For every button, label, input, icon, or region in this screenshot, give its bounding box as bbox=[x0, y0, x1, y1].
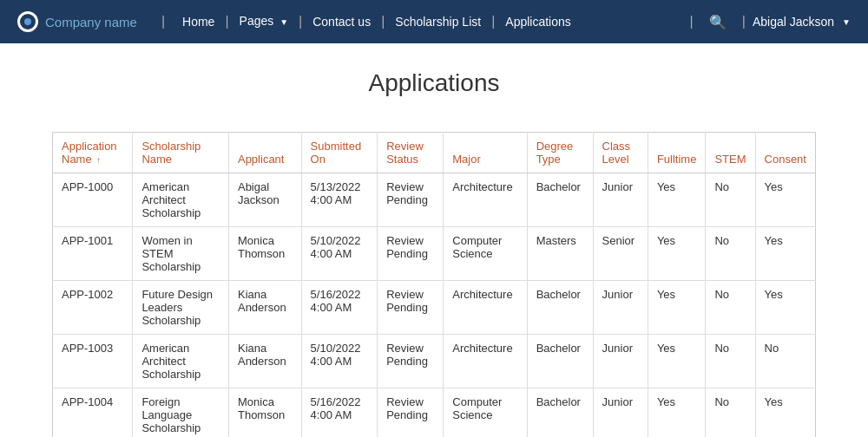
cell-degree_type: Bachelor bbox=[527, 388, 593, 438]
cell-review_status: Review Pending bbox=[378, 388, 444, 438]
cell-fulltime: Yes bbox=[648, 388, 706, 438]
cell-scholarship_name: Women in STEM Scholarship bbox=[133, 227, 229, 281]
cell-app_name: APP-1004 bbox=[53, 388, 133, 438]
table-header: Application Name ↑ Scholarship Name Appl… bbox=[53, 133, 816, 173]
col-degree-type[interactable]: Degree Type bbox=[527, 133, 593, 173]
nav-link-applications[interactable]: Applications bbox=[495, 0, 582, 43]
cell-scholarship_name: American Architect Scholarship bbox=[133, 173, 229, 227]
nav-links: Home | Pages ▼ | Contact us | Scholarshi… bbox=[172, 0, 683, 44]
cell-submitted_on: 5/16/2022 4:00 AM bbox=[301, 281, 378, 335]
sep-search: | bbox=[690, 14, 694, 29]
col-submitted-on[interactable]: Submitted On bbox=[301, 133, 378, 173]
cell-consent: Yes bbox=[755, 227, 815, 281]
brand[interactable]: Company name bbox=[17, 11, 137, 32]
page-title: Applications bbox=[52, 69, 816, 97]
cell-scholarship_name: Future Design Leaders Scholarship bbox=[133, 281, 229, 335]
nav-item-applications[interactable]: Applications bbox=[495, 0, 582, 43]
sort-icon: ↑ bbox=[96, 155, 101, 165]
table-row[interactable]: APP-1000American Architect ScholarshipAb… bbox=[53, 173, 816, 227]
sep-user: | bbox=[742, 14, 746, 29]
cell-consent: Yes bbox=[755, 173, 815, 227]
cell-app_name: APP-1000 bbox=[53, 173, 133, 227]
cell-fulltime: Yes bbox=[648, 227, 706, 281]
col-applicant[interactable]: Applicant bbox=[228, 133, 301, 173]
table-row[interactable]: APP-1004Foreign Language ScholarshipMoni… bbox=[53, 388, 816, 438]
cell-major: Computer Science bbox=[444, 388, 527, 438]
sep-brand: | bbox=[161, 14, 165, 29]
col-review-status[interactable]: Review Status bbox=[378, 133, 444, 173]
cell-major: Architecture bbox=[444, 335, 527, 388]
table-row[interactable]: APP-1002Future Design Leaders Scholarshi… bbox=[53, 281, 816, 335]
cell-consent: Yes bbox=[755, 388, 815, 438]
cell-submitted_on: 5/13/2022 4:00 AM bbox=[301, 173, 378, 227]
nav-item-home[interactable]: Home bbox=[172, 0, 225, 43]
cell-submitted_on: 5/16/2022 4:00 AM bbox=[301, 388, 378, 438]
nav-item-scholarship[interactable]: Scholarship List bbox=[385, 0, 491, 43]
user-menu[interactable]: Abigal Jackson ▼ bbox=[753, 15, 851, 29]
cell-class_level: Junior bbox=[593, 281, 648, 335]
col-scholarship-name[interactable]: Scholarship Name bbox=[133, 133, 229, 173]
cell-applicant: Kiana Anderson bbox=[228, 335, 301, 388]
col-app-name[interactable]: Application Name ↑ bbox=[53, 133, 133, 173]
cell-app_name: APP-1003 bbox=[53, 335, 133, 388]
header-row: Application Name ↑ Scholarship Name Appl… bbox=[53, 133, 816, 173]
col-class-level[interactable]: Class Level bbox=[593, 133, 648, 173]
cell-degree_type: Bachelor bbox=[527, 335, 593, 388]
cell-consent: No bbox=[755, 335, 815, 388]
nav-link-contact[interactable]: Contact us bbox=[302, 0, 381, 43]
cell-stem: No bbox=[706, 173, 755, 227]
cell-review_status: Review Pending bbox=[378, 173, 444, 227]
table-row[interactable]: APP-1003American Architect ScholarshipKi… bbox=[53, 335, 816, 388]
cell-app_name: APP-1001 bbox=[53, 227, 133, 281]
cell-class_level: Junior bbox=[593, 388, 648, 438]
col-major[interactable]: Major bbox=[444, 133, 527, 173]
pages-dropdown-arrow: ▼ bbox=[279, 17, 288, 27]
cell-fulltime: Yes bbox=[648, 281, 706, 335]
cell-review_status: Review Pending bbox=[378, 227, 444, 281]
cell-fulltime: Yes bbox=[648, 173, 706, 227]
user-dropdown-arrow: ▼ bbox=[842, 17, 851, 27]
nav-item-contact[interactable]: Contact us bbox=[302, 0, 381, 43]
col-fulltime[interactable]: Fulltime bbox=[648, 133, 706, 173]
nav-link-scholarship[interactable]: Scholarship List bbox=[385, 0, 491, 43]
col-consent[interactable]: Consent bbox=[755, 133, 815, 173]
navbar: Company name | Home | Pages ▼ | Contact … bbox=[0, 0, 868, 43]
cell-applicant: Kiana Anderson bbox=[228, 281, 301, 335]
cell-scholarship_name: Foreign Language Scholarship bbox=[133, 388, 229, 438]
cell-degree_type: Masters bbox=[527, 227, 593, 281]
user-name: Abigal Jackson bbox=[753, 15, 834, 29]
main-content: Applications Application Name ↑ Scholars… bbox=[0, 43, 868, 437]
cell-stem: No bbox=[706, 388, 755, 438]
cell-app_name: APP-1002 bbox=[53, 281, 133, 335]
col-stem[interactable]: STEM bbox=[706, 133, 755, 173]
cell-review_status: Review Pending bbox=[378, 335, 444, 388]
cell-class_level: Junior bbox=[593, 335, 648, 388]
nav-link-pages[interactable]: Pages ▼ bbox=[229, 0, 299, 44]
cell-stem: No bbox=[706, 335, 755, 388]
search-icon[interactable]: 🔍 bbox=[700, 14, 735, 30]
cell-major: Computer Science bbox=[444, 227, 527, 281]
cell-class_level: Junior bbox=[593, 173, 648, 227]
cell-submitted_on: 5/10/2022 4:00 AM bbox=[301, 335, 378, 388]
cell-applicant: Monica Thomson bbox=[228, 227, 301, 281]
table-body: APP-1000American Architect ScholarshipAb… bbox=[53, 173, 816, 438]
cell-review_status: Review Pending bbox=[378, 281, 444, 335]
nav-link-home[interactable]: Home bbox=[172, 0, 225, 43]
applications-table: Application Name ↑ Scholarship Name Appl… bbox=[52, 132, 816, 437]
table-row[interactable]: APP-1001Women in STEM ScholarshipMonica … bbox=[53, 227, 816, 281]
cell-stem: No bbox=[706, 281, 755, 335]
cell-major: Architecture bbox=[444, 173, 527, 227]
cell-scholarship_name: American Architect Scholarship bbox=[133, 335, 229, 388]
cell-submitted_on: 5/10/2022 4:00 AM bbox=[301, 227, 378, 281]
cell-applicant: Monica Thomson bbox=[228, 388, 301, 438]
brand-icon bbox=[17, 11, 38, 32]
cell-stem: No bbox=[706, 227, 755, 281]
brand-name: Company name bbox=[45, 15, 137, 29]
cell-class_level: Senior bbox=[593, 227, 648, 281]
nav-item-pages[interactable]: Pages ▼ bbox=[229, 0, 299, 44]
cell-consent: Yes bbox=[755, 281, 815, 335]
cell-fulltime: Yes bbox=[648, 335, 706, 388]
cell-applicant: Abigal Jackson bbox=[228, 173, 301, 227]
cell-major: Architecture bbox=[444, 281, 527, 335]
cell-degree_type: Bachelor bbox=[527, 281, 593, 335]
